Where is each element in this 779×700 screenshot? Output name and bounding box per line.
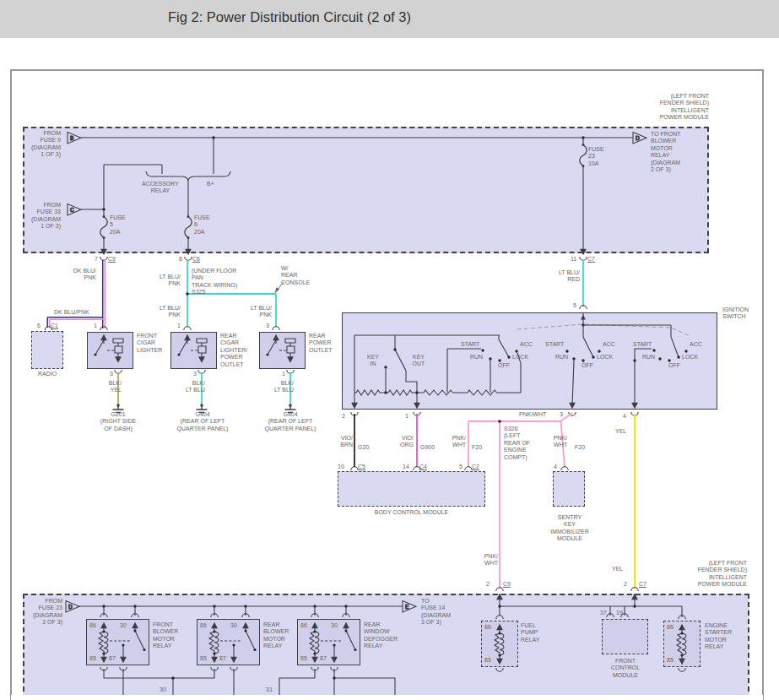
front-blower-pin-87: 87 xyxy=(109,655,116,662)
defogger-pin-87: 87 xyxy=(320,655,327,662)
from-fuse33-label: FROM FUSE 33 (DIAGRAM 1 OF 3) xyxy=(25,202,61,231)
from-fuse23-label: FROM FUSE 23 (DIAGRAM 2 OF 3) xyxy=(27,598,62,627)
start-label-2: START xyxy=(545,341,564,348)
wire-label-yel-1: YEL xyxy=(615,428,626,435)
wire-label-pnk-wht-b: PNK/ WHT xyxy=(474,553,498,567)
skim-pin-4: 4 xyxy=(554,464,557,470)
starter-pin-86: 86 xyxy=(667,624,674,631)
wire-label-vio-brn: VIO/ BRN xyxy=(333,435,353,449)
rear-cigar-label: REAR CIGAR LIGHTER/ POWER OUTLET xyxy=(220,333,256,368)
radio-conn-c1: C1 xyxy=(51,323,58,329)
fuel-pump-pin-86: 86 xyxy=(484,624,491,631)
s325-note: (UNDER FLOOR PAN TRACK WIRING) S325 xyxy=(192,268,247,296)
fuse5-label: FUSE 5 20A xyxy=(110,214,135,236)
pin-11: 11 xyxy=(571,256,576,263)
front-cigar-pin-1: 1 xyxy=(94,323,97,329)
bottom-pin-2-pnk: 2 xyxy=(486,581,490,588)
front-cigar-lighter-symbol xyxy=(94,335,123,362)
ground-label-g201: G201 (RIGHT SIDE OF DASH) xyxy=(93,411,143,432)
pin-7: 7 xyxy=(95,256,98,263)
conn-c5: C5 xyxy=(358,464,365,470)
acc-label-1: ACC xyxy=(520,341,533,348)
diagram-page: Fig 2: Power Distribution Circuit (2 of … xyxy=(0,0,779,700)
top-module-wires: B C D xyxy=(68,133,646,261)
wire-label-yel-2: YEL xyxy=(612,566,623,572)
fuse6-label: FUSE 6 20A xyxy=(194,214,219,236)
starter-relay-label: ENGINE STARTER MOTOR RELAY xyxy=(705,622,744,651)
top-module-label: (LEFT FRONT FENDER SHIELD) INTELLIGENT P… xyxy=(618,93,709,122)
wire-lt-blu-red xyxy=(580,260,587,325)
fuse23-label: FUSE 23 10A xyxy=(588,146,614,167)
wire-label-dk-blu-pnk: DK BLU/ PNK xyxy=(69,268,96,282)
acc-label-2: ACC xyxy=(603,341,615,348)
bcm-pin-10: 10 xyxy=(338,464,344,470)
s326-label: S326 (LEFT REAR OF ENGINE COMPT) xyxy=(504,426,541,461)
off-label-1: OFF xyxy=(498,362,510,369)
b-plus-label: B+ xyxy=(207,181,222,187)
conn-c9: C9 xyxy=(108,256,116,263)
bcm-pin-14: 14 xyxy=(403,464,409,470)
run-label-1: RUN xyxy=(470,354,483,361)
flag-letter-b: B xyxy=(70,135,73,141)
circuit-f20-2: F20 xyxy=(575,444,585,451)
rear-cigar-lighter-symbol xyxy=(177,335,207,362)
defogger-pin-85: 85 xyxy=(300,655,307,662)
wire-label-lt-blu-pnk-1: LT BLU/ PNK xyxy=(155,274,181,288)
key-out-label: KEY OUT xyxy=(408,354,429,368)
circuit-g20: G20 xyxy=(358,444,369,451)
lock-label-2: LOCK xyxy=(597,354,613,361)
flag-letter-c: C xyxy=(70,207,74,213)
radio-label: RADIO xyxy=(25,371,69,377)
start-label-3: START xyxy=(633,341,652,348)
ignition-switch-internals xyxy=(351,323,690,415)
rear-blower-pin-30: 30 xyxy=(230,622,237,629)
fuel-pump-relay-label: FUEL PUMP RELAY xyxy=(521,622,551,643)
from-fuse9-label: FROM FUSE 9 (DIAGRAM 1 OF 3) xyxy=(25,130,61,159)
fcm-label: FRONT CONTROL MODULE xyxy=(597,658,654,679)
to-front-blower-label: TO FRONT BLOWER MOTOR RELAY (DIAGRAM 2 O… xyxy=(651,131,691,173)
wire-label-pnk-wht-1: PNK/ WHT xyxy=(446,435,466,449)
fuel-pump-pin-85: 85 xyxy=(484,657,491,664)
rear-cigar-pin-1: 1 xyxy=(177,323,181,329)
ignition-pin-3: 3 xyxy=(560,411,563,418)
conn-c2: C2 xyxy=(472,464,479,470)
fuel-pump-relay-symbol xyxy=(495,625,504,664)
defogger-pin-86: 86 xyxy=(300,622,307,629)
key-in-label: KEY IN xyxy=(364,354,382,368)
wire-label-lt-blu-pnk-2: LT BLU/ PNK xyxy=(155,305,181,319)
run-label-2: RUN xyxy=(555,354,568,361)
front-blower-pin-30: 30 xyxy=(120,622,127,629)
bcm-pin-5: 5 xyxy=(459,464,463,470)
wire-label-blk-lt-blu-2: BLK/ LT BLU xyxy=(263,380,294,394)
bottom-pin-2-yel: 2 xyxy=(624,581,627,588)
conn-c7: C7 xyxy=(587,256,595,263)
bottom-conn-c9: C9 xyxy=(503,581,511,588)
bottom-conn-c7: C7 xyxy=(639,581,646,588)
rear-blower-pin-85: 85 xyxy=(200,655,207,662)
ignition-pin-2: 2 xyxy=(342,413,345,420)
wire-31-label: 31 xyxy=(266,686,273,693)
wire-label-blk-yel: BLK/ YEL xyxy=(98,380,122,394)
wire-30-label: 30 xyxy=(160,686,166,693)
rear-outlet-pin-3: 3 xyxy=(266,323,269,329)
to-fuse14-label: TO FUSE 14 (DIAGRAM 3 OF 3) xyxy=(421,598,458,627)
engine-starter-relay-symbol xyxy=(677,625,686,664)
ground-label-g404-b: G404 (REAR OF LEFT QUARTER PANEL) xyxy=(258,411,322,432)
starter-pin-85: 85 xyxy=(667,657,674,664)
start-label-1: START xyxy=(461,341,479,348)
wire-label-pnk-wht-2: PNK/ WHT xyxy=(547,435,567,449)
wire-label-lt-blu-pnk-3: LT BLU/ PNK xyxy=(246,305,272,319)
conn-c4: C4 xyxy=(419,464,427,470)
rear-blower-pin-86: 86 xyxy=(200,622,207,629)
rear-outlet-pin-1: 1 xyxy=(282,371,285,377)
front-cigar-label: FRONT CIGAR LIGHTER xyxy=(137,333,172,354)
front-blower-pin-85: 85 xyxy=(89,655,96,662)
defogger-pin-30: 30 xyxy=(331,622,338,629)
ignition-pin-5: 5 xyxy=(573,302,576,309)
off-label-2: OFF xyxy=(582,362,593,369)
acc-label-3: ACC xyxy=(690,341,702,348)
rear-outlet-label: REAR POWER OUTLET xyxy=(309,333,344,354)
flag-letter-e: E xyxy=(405,604,409,610)
ignition-pin-4: 4 xyxy=(623,413,626,420)
run-label-3: RUN xyxy=(642,354,655,361)
